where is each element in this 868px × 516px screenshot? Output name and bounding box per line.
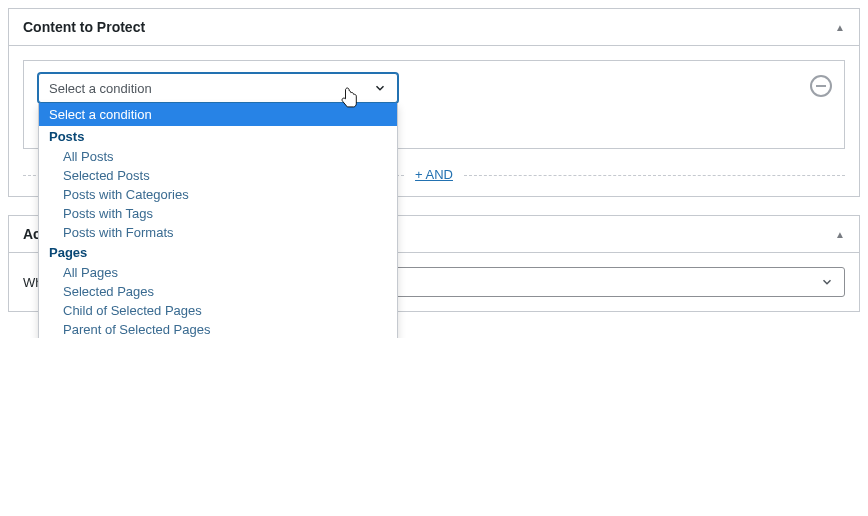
panel-title: Content to Protect (23, 19, 145, 35)
who-label: Wh (23, 275, 38, 290)
remove-rule-button[interactable] (810, 75, 832, 97)
dropdown-option[interactable]: Selected Posts (39, 166, 397, 185)
dropdown-option[interactable]: All Posts (39, 147, 397, 166)
dropdown-option[interactable]: Posts with Tags (39, 204, 397, 223)
chevron-down-icon (814, 268, 840, 296)
svg-rect-0 (816, 85, 826, 87)
panel-collapse-icon: ▲ (835, 22, 845, 33)
dropdown-option[interactable]: Selected Pages (39, 282, 397, 301)
content-to-protect-body: Select a condition Select a conditionPos… (9, 45, 859, 196)
condition-dropdown[interactable]: Select a conditionPostsAll PostsSelected… (38, 103, 398, 338)
rule-group: Select a condition Select a conditionPos… (23, 60, 845, 149)
minus-icon (816, 85, 826, 87)
access-panel-title: Acc (23, 226, 38, 242)
condition-select[interactable]: Select a condition (38, 73, 398, 103)
content-to-protect-header[interactable]: Content to Protect ▲ (9, 9, 859, 45)
dropdown-option[interactable]: Child of Selected Pages (39, 301, 397, 320)
dropdown-placeholder-option[interactable]: Select a condition (39, 103, 397, 126)
dropdown-option[interactable]: Parent of Selected Pages (39, 320, 397, 338)
chevron-down-icon (367, 74, 393, 102)
add-and-link[interactable]: + AND (409, 167, 459, 182)
panel-collapse-icon: ▲ (835, 229, 845, 240)
dropdown-group-label: Posts (39, 126, 397, 147)
dropdown-group-label: Pages (39, 242, 397, 263)
condition-select-wrap: Select a condition Select a conditionPos… (38, 73, 398, 103)
rule-row: Select a condition Select a conditionPos… (38, 73, 830, 103)
dropdown-option[interactable]: All Pages (39, 263, 397, 282)
dropdown-option[interactable]: Posts with Categories (39, 185, 397, 204)
condition-select-value: Select a condition (49, 81, 152, 96)
content-to-protect-panel: Content to Protect ▲ Select a condition … (8, 8, 860, 197)
dropdown-option[interactable]: Posts with Formats (39, 223, 397, 242)
